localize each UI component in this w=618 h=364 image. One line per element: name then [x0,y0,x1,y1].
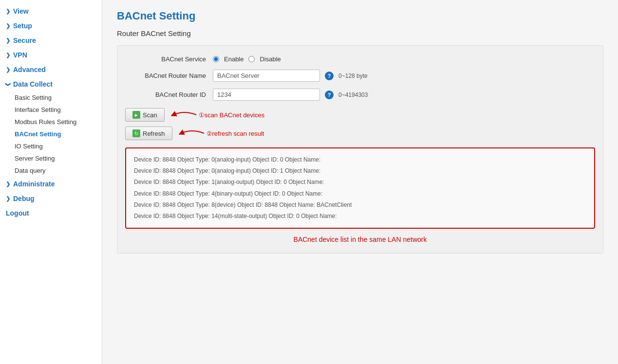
sidebar-item-vpn[interactable]: ❯ VPN [0,48,102,62]
sidebar-item-label: VPN [13,51,27,59]
enable-radio[interactable] [213,56,219,62]
sidebar-item-label: View [13,7,29,15]
refresh-arrow [177,126,206,141]
router-id-row: BACnet Router ID ? 0~4194303 [125,89,595,101]
sidebar-item-setup[interactable]: ❯ Setup [0,18,102,33]
sidebar-item-interface-setting[interactable]: Interface Setting [10,104,102,116]
disable-label: Disable [260,55,281,63]
device-row: Device ID: 8848 Object Type: 14(multi-st… [134,211,586,222]
device-list-label: BACnet device list in the same LAN netwo… [125,236,595,243]
logout-button[interactable]: Logout [0,206,102,220]
router-name-label: BACnet Router Name [125,72,213,79]
device-row: Device ID: 8848 Object Type: 0(analog-in… [134,154,586,165]
sidebar-item-label: Advanced [13,66,46,73]
chevron-icon: ❯ [6,181,10,187]
sidebar-item-data-collect[interactable]: ❯ Data Collect [0,77,102,91]
enable-label: Enable [224,55,243,63]
router-name-control: ? 0~128 byte [213,70,368,82]
data-collect-subnav: Basic Setting Interface Setting Modbus R… [0,91,102,177]
sidebar-item-debug[interactable]: ❯ Debug [0,191,102,206]
router-id-control: ? 0~4194303 [213,89,368,101]
device-row: Device ID: 8848 Object Type: 0(analog-in… [134,165,586,177]
chevron-icon: ❯ [6,67,10,73]
sidebar-item-server-setting[interactable]: Server Setting [10,152,102,164]
scan-button-label: Scan [143,111,157,119]
info-badge-id: ? [325,91,334,99]
refresh-icon: ↻ [132,129,140,137]
scan-annotation: ①scan BACnet devices [199,111,265,119]
page-title: BACnet Setting [117,10,603,22]
sidebar-item-basic-setting[interactable]: Basic Setting [10,91,102,104]
sidebar-item-label: Administrate [13,180,55,188]
section-title: Router BACnet Setting [117,29,603,37]
router-id-hint: 0~4194303 [338,91,368,98]
device-list-box: Device ID: 8848 Object Type: 0(analog-in… [125,147,595,229]
sidebar-item-label: Debug [13,195,35,202]
chevron-icon: ❯ [6,196,10,202]
chevron-icon: ❯ [6,8,10,15]
sidebar-item-bacnet-setting[interactable]: BACnet Setting [10,128,102,140]
chevron-icon: ❯ [5,82,11,87]
scan-button[interactable]: ► Scan [125,108,165,122]
sidebar-item-label: Secure [13,36,36,44]
sidebar-item-io-setting[interactable]: IO Setting [10,140,102,152]
router-id-input[interactable] [213,89,320,101]
chevron-icon: ❯ [6,23,10,29]
sidebar-item-modbus-rules-setting[interactable]: Modbus Rules Setting [10,116,102,128]
sidebar-item-data-query[interactable]: Data query [10,164,102,177]
sidebar-item-secure[interactable]: ❯ Secure [0,33,102,48]
router-name-input[interactable] [213,70,320,82]
device-row: Device ID: 8848 Object Type: 1(analog-ou… [134,177,586,188]
sidebar-item-view[interactable]: ❯ View [0,4,102,18]
sidebar-item-label: Data Collect [13,80,53,88]
router-name-row: BACnet Router Name ? 0~128 byte [125,70,595,82]
bacnet-service-control: Enable Disable [213,55,281,63]
scan-arrow [169,108,199,122]
content-area: BACnet Service Enable Disable BACnet Rou… [117,45,603,254]
info-badge-name: ? [325,72,334,80]
sidebar: ❯ View ❯ Setup ❯ Secure ❯ VPN ❯ Advanced… [0,0,102,364]
chevron-icon: ❯ [6,52,10,58]
sidebar-item-advanced[interactable]: ❯ Advanced [0,62,102,77]
router-id-label: BACnet Router ID [125,91,213,98]
refresh-annotation: ②refresh scan result [206,130,264,137]
refresh-button[interactable]: ↻ Refresh [125,127,172,140]
scan-icon: ► [132,111,140,119]
chevron-icon: ❯ [6,37,10,44]
bacnet-service-row: BACnet Service Enable Disable [125,55,595,63]
sidebar-item-administrate[interactable]: ❯ Administrate [0,177,102,191]
disable-radio[interactable] [248,56,255,62]
sidebar-item-label: Setup [13,22,32,30]
device-row: Device ID: 8848 Object Type: 8(device) O… [134,200,586,211]
device-row: Device ID: 8848 Object Type: 4(binary-ou… [134,188,586,200]
refresh-button-label: Refresh [143,130,165,137]
router-name-hint: 0~128 byte [338,73,368,79]
bacnet-service-label: BACnet Service [125,55,213,63]
main-content: BACnet Setting Router BACnet Setting BAC… [102,0,618,364]
